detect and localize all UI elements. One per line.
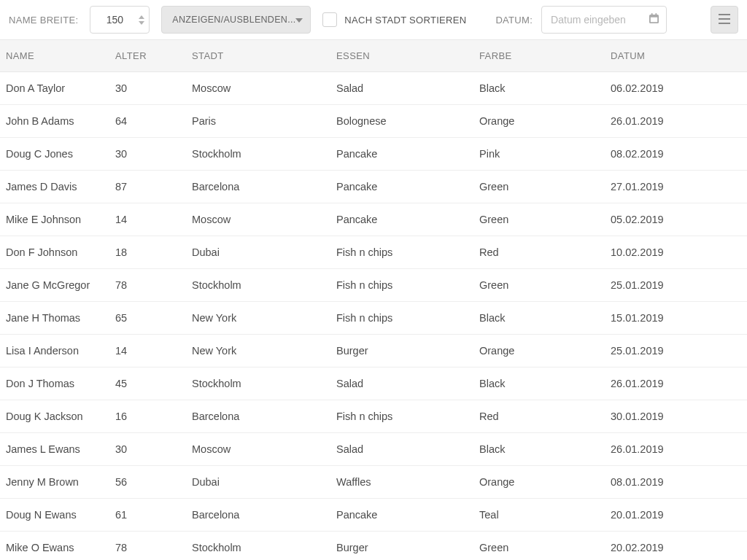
cell-datum: 06.02.2019 [605,72,747,104]
cell-alter: 65 [109,302,186,334]
col-header-stadt[interactable]: STADT [186,40,330,71]
cell-alter: 61 [109,499,186,531]
cell-stadt: Barcelona [186,171,330,203]
cell-alter: 45 [109,368,186,400]
cell-datum: 26.01.2019 [605,368,747,400]
cell-essen: Salad [330,72,473,104]
table-row[interactable]: Doug K Jackson16BarcelonaFish n chipsRed… [0,400,747,433]
cell-datum: 10.02.2019 [605,236,747,268]
cell-stadt: New York [186,335,330,367]
cell-essen: Salad [330,368,473,400]
table-row[interactable]: Mike E Johnson14MoscowPancakeGreen05.02.… [0,203,747,236]
calendar-icon[interactable] [649,13,659,26]
table-row[interactable]: Don F Johnson18DubaiFish n chipsRed10.02… [0,236,747,269]
col-header-name[interactable]: NAME [0,40,109,71]
col-header-farbe[interactable]: FARBE [473,40,605,71]
cell-stadt: Moscow [186,433,330,465]
date-label: DATUM: [495,15,533,26]
name-width-spinner [90,6,150,34]
cell-name: Don F Johnson [0,236,109,268]
cell-stadt: Moscow [186,72,330,104]
cell-stadt: New York [186,302,330,334]
cell-name: James D Davis [0,171,109,203]
table-row[interactable]: Jenny M Brown56DubaiWafflesOrange08.01.2… [0,466,747,499]
cell-farbe: Green [473,171,605,203]
cell-farbe: Green [473,532,605,559]
show-hide-label: ANZEIGEN/AUSBLENDEN... [172,15,295,25]
cell-name: Jane G McGregor [0,269,109,301]
cell-alter: 14 [109,203,186,236]
cell-datum: 26.01.2019 [605,105,747,137]
cell-alter: 16 [109,400,186,432]
cell-name: Jenny M Brown [0,466,109,498]
svg-rect-1 [719,18,730,20]
hamburger-icon [719,14,730,26]
table-row[interactable]: Jane H Thomas65New YorkFish n chipsBlack… [0,302,747,335]
cell-essen: Pancake [330,138,473,170]
cell-name: John B Adams [0,105,109,137]
table-row[interactable]: Don J Thomas45StockholmSaladBlack26.01.2… [0,368,747,400]
sort-by-city-group: NACH STADT SORTIEREN [322,12,466,27]
cell-name: James L Ewans [0,433,109,465]
cell-essen: Waffles [330,466,473,498]
cell-datum: 08.01.2019 [605,466,747,498]
table-row[interactable]: Lisa I Anderson14New YorkBurgerOrange25.… [0,335,747,368]
cell-essen: Fish n chips [330,400,473,432]
date-input-wrap [541,6,667,34]
cell-alter: 30 [109,138,186,170]
cell-stadt: Stockholm [186,532,330,559]
cell-essen: Burger [330,532,473,559]
cell-alter: 87 [109,171,186,203]
cell-datum: 08.02.2019 [605,138,747,170]
cell-farbe: Black [473,302,605,334]
cell-farbe: Black [473,72,605,104]
table-row[interactable]: Don A Taylor30MoscowSaladBlack06.02.2019 [0,72,747,105]
cell-essen: Pancake [330,499,473,531]
show-hide-dropdown[interactable]: ANZEIGEN/AUSBLENDEN... [161,6,311,34]
cell-datum: 26.01.2019 [605,433,747,465]
table-row[interactable]: Doug N Ewans61BarcelonaPancakeTeal20.01.… [0,499,747,532]
cell-farbe: Green [473,269,605,301]
col-header-datum[interactable]: DATUM [605,40,747,71]
col-header-alter[interactable]: ALTER [109,40,186,71]
table-row[interactable]: Jane G McGregor78StockholmFish n chipsGr… [0,269,747,302]
sort-by-city-checkbox[interactable] [322,12,337,27]
table-row[interactable]: Mike O Ewans78StockholmBurgerGreen20.02.… [0,532,747,559]
cell-stadt: Dubai [186,466,330,498]
cell-farbe: Black [473,433,605,465]
cell-farbe: Red [473,236,605,268]
cell-datum: 20.01.2019 [605,499,747,531]
table-row[interactable]: John B Adams64ParisBologneseOrange26.01.… [0,105,747,138]
chevron-down-icon [295,15,303,25]
cell-stadt: Paris [186,105,330,137]
cell-essen: Bolognese [330,105,473,137]
cell-stadt: Barcelona [186,400,330,432]
cell-datum: 05.02.2019 [605,203,747,236]
cell-alter: 14 [109,335,186,367]
cell-alter: 78 [109,532,186,559]
cell-alter: 30 [109,433,186,465]
spinner-up-icon[interactable] [138,15,145,19]
sort-by-city-label: NACH STADT SORTIEREN [344,15,466,26]
spinner-down-icon[interactable] [138,20,145,25]
cell-name: Don J Thomas [0,368,109,400]
svg-rect-2 [719,23,730,24]
cell-datum: 15.01.2019 [605,302,747,334]
table-row[interactable]: James D Davis87BarcelonaPancakeGreen27.0… [0,171,747,203]
cell-essen: Salad [330,433,473,465]
name-width-label: NAME BREITE: [9,15,78,26]
table-row[interactable]: Doug C Jones30StockholmPancakePink08.02.… [0,138,747,171]
cell-essen: Burger [330,335,473,367]
cell-alter: 30 [109,72,186,104]
col-header-essen[interactable]: ESSEN [330,40,473,71]
cell-farbe: Orange [473,466,605,498]
hamburger-menu-button[interactable] [711,6,738,34]
cell-alter: 64 [109,105,186,137]
table-row[interactable]: James L Ewans30MoscowSaladBlack26.01.201… [0,433,747,466]
cell-name: Mike O Ewans [0,532,109,559]
svg-rect-0 [719,14,730,15]
cell-essen: Fish n chips [330,236,473,268]
cell-name: Don A Taylor [0,72,109,104]
cell-farbe: Red [473,400,605,432]
cell-stadt: Moscow [186,203,330,236]
